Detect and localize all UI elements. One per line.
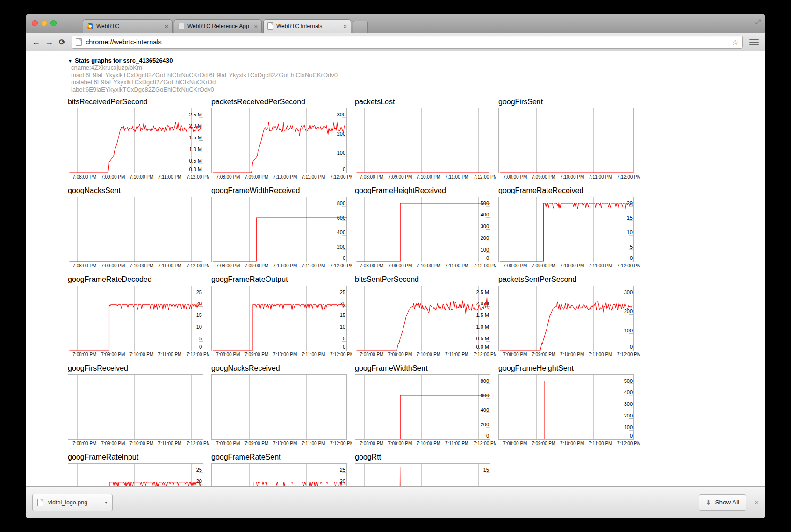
x-tick-label: 7:10:00 PM xyxy=(560,352,584,357)
window-controls xyxy=(32,20,57,26)
stats-section-title[interactable]: ▼Stats graphs for ssrc_4136526430 xyxy=(68,57,765,64)
chart-title: bitsReceivedPerSecond xyxy=(68,98,203,106)
chart-packetsSentPerSecond: packetsSentPerSecond30020010007:08:00 PM… xyxy=(498,275,634,364)
svg-text:0: 0 xyxy=(343,344,345,350)
x-tick-label: 7:12:00 PM xyxy=(187,441,209,446)
back-button[interactable]: ← xyxy=(29,38,43,46)
x-tick-label: 7:08:00 PM xyxy=(72,352,96,357)
x-tick-label: 7:09:00 PM xyxy=(244,263,268,268)
menu-icon[interactable] xyxy=(749,39,759,45)
chart-plot xyxy=(355,108,490,173)
download-item-label: vidtel_logo.png xyxy=(48,499,87,506)
chart-googNacksReceived: googNacksReceived7:08:00 PM7:09:00 PM7:1… xyxy=(211,364,347,453)
svg-text:400: 400 xyxy=(337,230,345,235)
svg-text:2.5 M: 2.5 M xyxy=(189,112,202,117)
chart-plot: 5004003002001000 xyxy=(355,197,490,262)
show-all-button[interactable]: ⬇ Show All xyxy=(699,494,747,511)
tab-close-icon[interactable]: × xyxy=(165,23,168,29)
x-tick-label: 7:08:00 PM xyxy=(503,352,527,357)
tab-close-icon[interactable]: × xyxy=(343,23,347,29)
chart-title: packetsLost xyxy=(355,98,490,106)
x-tick-label: 7:10:00 PM xyxy=(560,263,584,268)
tab-webrtc[interactable]: WebRTC × xyxy=(83,19,173,33)
x-axis-labels: 7:08:00 PM7:09:00 PM7:10:00 PM7:11:00 PM… xyxy=(498,262,640,269)
download-item-button[interactable]: vidtel_logo.png ▾ xyxy=(32,494,113,511)
fullscreen-icon[interactable]: ⤢ xyxy=(755,18,761,26)
chart-title: googNacksReceived xyxy=(211,364,347,373)
chart-title: googFrameRateOutput xyxy=(211,275,347,284)
svg-text:0.0 M: 0.0 M xyxy=(476,344,489,350)
bookmark-star-icon[interactable]: ☆ xyxy=(732,38,739,47)
x-tick-label: 7:11:00 PM xyxy=(589,441,612,446)
minimize-window-button[interactable] xyxy=(41,20,47,26)
svg-text:2.5 M: 2.5 M xyxy=(476,289,489,295)
forward-button[interactable]: → xyxy=(43,38,56,46)
tab-label: WebRTC xyxy=(96,23,161,29)
stats-meta-mslabel: mslabel:6E9laEYkyxlkTCxDgc82ZGoEhlCfxNuC… xyxy=(71,79,765,86)
zoom-window-button[interactable] xyxy=(50,20,57,26)
x-tick-label: 7:12:00 PM xyxy=(617,174,640,180)
x-tick-label: 7:12:00 PM xyxy=(474,263,496,268)
x-tick-label: 7:12:00 PM xyxy=(330,352,352,357)
close-window-button[interactable] xyxy=(32,20,38,26)
svg-text:15: 15 xyxy=(340,312,345,318)
svg-text:0.0 M: 0.0 M xyxy=(189,166,202,172)
chart-title: bitsSentPerSecond xyxy=(355,275,490,284)
disclosure-triangle-icon[interactable]: ▼ xyxy=(68,58,72,64)
x-tick-label: 7:12:00 PM xyxy=(474,174,496,180)
chart-googFirsSent: googFirsSent7:08:00 PM7:09:00 PM7:10:00 … xyxy=(498,98,634,187)
x-tick-label: 7:11:00 PM xyxy=(589,174,612,180)
x-axis-labels: 7:08:00 PM7:09:00 PM7:10:00 PM7:11:00 PM… xyxy=(211,440,352,446)
svg-text:10: 10 xyxy=(196,324,202,330)
reload-button[interactable]: ⟳ xyxy=(56,37,69,47)
x-tick-label: 7:11:00 PM xyxy=(158,441,181,446)
shelf-close-icon[interactable]: × xyxy=(755,498,759,506)
x-axis-labels: 7:08:00 PM7:09:00 PM7:10:00 PM7:11:00 PM… xyxy=(211,351,352,358)
svg-text:15: 15 xyxy=(196,312,202,318)
svg-text:300: 300 xyxy=(624,289,633,295)
svg-text:25: 25 xyxy=(196,289,202,295)
svg-text:1.0 M: 1.0 M xyxy=(476,324,489,330)
x-axis-labels: 7:08:00 PM7:09:00 PM7:10:00 PM7:11:00 PM… xyxy=(68,351,209,358)
chart-title: packetsSentPerSecond xyxy=(498,275,634,284)
chart-googFrameHeightSent: googFrameHeightSent50040030020010007:08:… xyxy=(498,364,634,453)
chart-title: googFrameRateSent xyxy=(211,453,347,461)
x-axis-labels: 7:08:00 PM7:09:00 PM7:10:00 PM7:11:00 PM… xyxy=(498,173,640,180)
chart-googFrameRateDecoded: googFrameRateDecoded25201510507:08:00 PM… xyxy=(68,275,203,364)
x-tick-label: 7:12:00 PM xyxy=(330,263,352,268)
chart-plot xyxy=(68,374,203,440)
download-item-caret-icon[interactable]: ▾ xyxy=(100,500,112,505)
x-tick-label: 7:11:00 PM xyxy=(589,263,612,268)
tab-webrtc-reference-app[interactable]: WebRTC Reference App × xyxy=(174,19,262,33)
svg-text:0: 0 xyxy=(630,344,633,350)
svg-text:100: 100 xyxy=(624,424,633,430)
svg-text:400: 400 xyxy=(624,389,633,395)
chart-googFrameRateOutput: googFrameRateOutput25201510507:08:00 PM7… xyxy=(211,275,347,364)
svg-text:25: 25 xyxy=(196,467,202,473)
chart-title: googFrameRateReceived xyxy=(498,187,634,195)
tab-close-icon[interactable]: × xyxy=(254,23,258,29)
x-tick-label: 7:09:00 PM xyxy=(532,174,555,180)
x-tick-label: 7:11:00 PM xyxy=(445,174,468,180)
svg-text:0: 0 xyxy=(343,166,345,172)
omnibox[interactable]: chrome://webrtc-internals ☆ xyxy=(72,36,743,49)
x-tick-label: 7:09:00 PM xyxy=(388,263,412,268)
x-tick-label: 7:08:00 PM xyxy=(72,263,96,268)
chart-googNacksSent: googNacksSent7:08:00 PM7:09:00 PM7:10:00… xyxy=(68,187,203,275)
x-tick-label: 7:11:00 PM xyxy=(158,174,181,180)
chart-title: googFrameWidthReceived xyxy=(211,187,347,195)
x-tick-label: 7:11:00 PM xyxy=(302,352,325,357)
chart-plot: 3002001000 xyxy=(498,286,634,351)
chart-plot: 3002001000 xyxy=(211,108,347,173)
new-tab-button[interactable] xyxy=(353,21,368,33)
svg-text:200: 200 xyxy=(481,235,489,241)
x-axis-labels: 7:08:00 PM7:09:00 PM7:10:00 PM7:11:00 PM… xyxy=(355,351,496,358)
chart-packetsReceivedPerSecond: packetsReceivedPerSecond30020010007:08:0… xyxy=(211,98,347,187)
chart-plot: 8006004002000 xyxy=(211,197,347,262)
x-tick-label: 7:12:00 PM xyxy=(187,352,209,357)
x-tick-label: 7:12:00 PM xyxy=(187,174,209,180)
tab-webrtc-internals[interactable]: WebRTC Internals × xyxy=(263,19,351,33)
svg-text:10: 10 xyxy=(340,324,345,330)
chart-title: googFrameRateDecoded xyxy=(68,275,203,284)
url-text[interactable]: chrome://webrtc-internals xyxy=(86,38,732,46)
